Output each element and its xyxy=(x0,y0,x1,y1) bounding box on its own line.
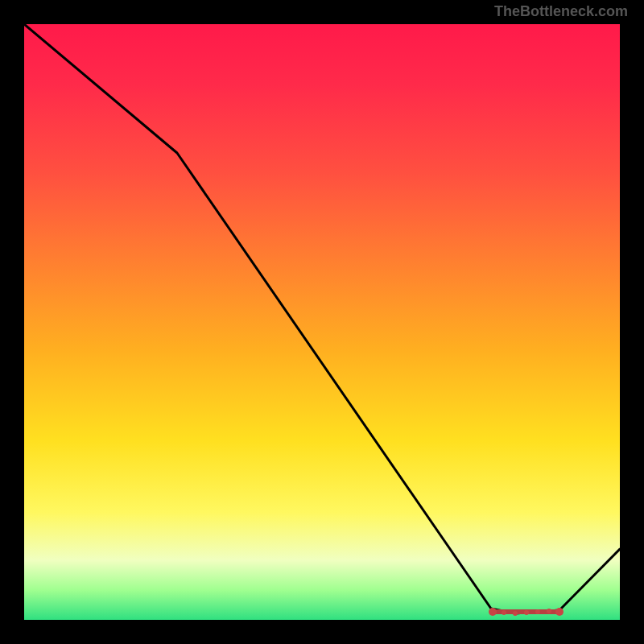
svg-point-7 xyxy=(547,609,551,613)
svg-point-6 xyxy=(535,609,540,614)
watermark-text: TheBottleneck.com xyxy=(494,3,628,20)
chart-svg xyxy=(24,24,620,620)
svg-point-5 xyxy=(524,610,529,615)
chart-plot-area xyxy=(24,24,620,620)
svg-point-1 xyxy=(489,608,497,616)
optimal-range-marker xyxy=(489,608,564,616)
svg-point-3 xyxy=(502,610,506,615)
chart-curve xyxy=(24,24,620,613)
svg-point-4 xyxy=(513,611,518,616)
svg-point-2 xyxy=(555,608,564,616)
